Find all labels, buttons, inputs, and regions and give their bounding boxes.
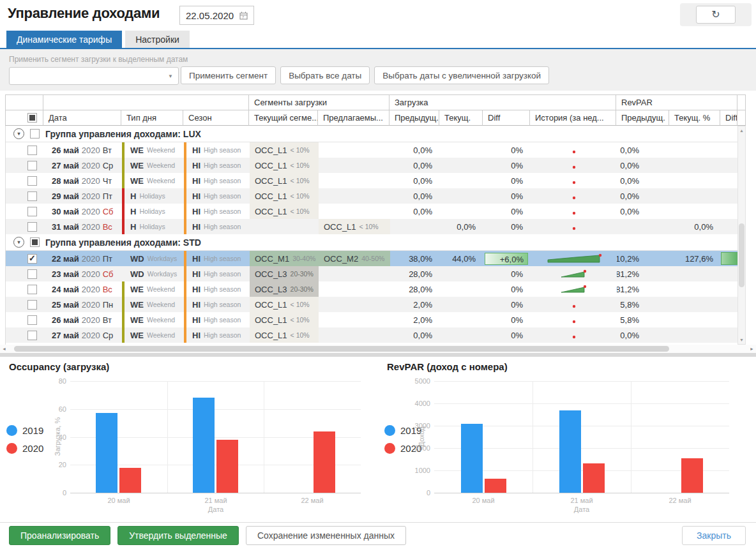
analyze-button[interactable]: Проанализировать — [9, 526, 110, 545]
vertical-scrollbar[interactable]: ▲ ▼ — [737, 126, 746, 345]
scroll-right-icon[interactable]: ► — [750, 347, 754, 351]
row-select-cell — [6, 312, 44, 327]
legend-item[interactable]: 2020 — [6, 443, 43, 454]
scroll-left-icon[interactable]: ◄ — [2, 347, 6, 351]
date-year: 2020 — [82, 207, 100, 216]
date-day: 25 май — [52, 300, 79, 310]
select-all-checkbox[interactable] — [27, 113, 37, 123]
history-sparkline-cell — [531, 266, 617, 281]
table-row[interactable]: 26 май2020ВтWEWeekendHIHigh seasonOCC_L1… — [6, 142, 737, 158]
revpar-current-cell — [670, 204, 721, 219]
table-row[interactable]: 28 май2020ЧтWEWeekendHIHigh seasonOCC_L1… — [6, 173, 737, 188]
date-input[interactable]: 22.05.2020 7 — [179, 6, 254, 25]
occupancy-previous-cell: 0,0% — [390, 188, 440, 204]
x-tick-label: 21 май — [543, 497, 620, 504]
occupancy-previous-cell — [390, 219, 440, 234]
segment-range: 40-50% — [361, 255, 384, 262]
row-checkbox[interactable] — [27, 269, 37, 279]
calendar-icon[interactable]: 7 — [239, 11, 248, 20]
column-header-2[interactable]: Сезон — [183, 110, 249, 126]
column-header-8[interactable]: История (за нед... — [530, 110, 616, 126]
row-checkbox[interactable] — [27, 146, 37, 155]
day-type-code: WE — [130, 315, 144, 325]
y-tick-label: 20 — [59, 461, 66, 468]
revpar-current-cell — [670, 142, 721, 158]
table-row[interactable]: 27 май2020СрWEWeekendHIHigh seasonOCC_L1… — [6, 158, 737, 173]
date-weekday: Сб — [103, 207, 114, 216]
column-header-6[interactable]: Текущ. — [439, 110, 483, 126]
table-row[interactable]: 27 май2020СрWEWeekendHIHigh seasonOCC_L1… — [6, 327, 737, 343]
season-code: HI — [192, 315, 200, 325]
day-type-cell: HHolidays — [122, 188, 184, 204]
revpar-current-cell — [670, 173, 721, 188]
table-row[interactable]: 22 май2020ПтWDWorkdaysHIHigh seasonOCC_M… — [6, 251, 737, 266]
column-header-11[interactable]: Diff — [720, 110, 737, 126]
scroll-down-icon[interactable]: ▼ — [738, 338, 745, 342]
horizontal-scrollbar[interactable]: ◄ ► — [0, 345, 756, 353]
y-tick-label: 60 — [59, 405, 66, 413]
row-select-cell — [6, 297, 44, 312]
row-checkbox[interactable] — [27, 207, 37, 216]
column-header-4[interactable]: Предлагаемы... — [318, 110, 389, 126]
day-type-code: H — [130, 222, 136, 232]
apply-segment-button[interactable]: Применить сегмент — [181, 66, 276, 84]
horizontal-scrollbar-thumb[interactable] — [14, 346, 669, 352]
occupancy-diff-cell: 0% — [483, 204, 531, 219]
column-header-3[interactable]: Текущий сегме... — [249, 110, 318, 126]
row-checkbox[interactable] — [27, 331, 37, 340]
x-tick-label: 21 май — [178, 497, 254, 504]
save-changed-data-button[interactable]: Сохранение измененных данных — [246, 526, 406, 545]
table-row[interactable]: 30 май2020СбHHolidaysHIHigh seasonOCC_L1… — [6, 204, 737, 219]
table-row[interactable]: 24 май2020ВсWEWeekendHIHigh seasonOCC_L3… — [6, 281, 737, 297]
group-checkbox[interactable] — [30, 129, 40, 139]
tab-settings[interactable]: Настройки — [125, 31, 190, 48]
select-all-dates-button[interactable]: Выбрать все даты — [280, 66, 370, 84]
row-checkbox[interactable] — [27, 254, 37, 264]
revpar-diff-cell — [721, 219, 737, 234]
date-cell: 23 май2020Сб — [44, 266, 122, 281]
legend-item[interactable]: 2019 — [6, 425, 43, 436]
row-checkbox[interactable] — [27, 191, 37, 201]
collapse-icon[interactable]: ▾ — [13, 237, 24, 248]
occupancy-diff-cell: 0% — [483, 281, 531, 297]
column-header-5[interactable]: Предыдущ. — [389, 110, 439, 126]
column-header-0[interactable]: Дата — [43, 110, 121, 126]
row-checkbox[interactable] — [27, 176, 37, 186]
date-weekday: Ср — [103, 161, 114, 170]
close-button[interactable]: Закрыть — [682, 526, 746, 545]
gridline — [533, 381, 533, 493]
day-type-code: H — [130, 191, 136, 201]
column-header-1[interactable]: Тип дня — [121, 110, 183, 126]
table-row[interactable]: 29 май2020ПтHHolidaysHIHigh seasonOCC_L1… — [6, 188, 737, 204]
date-weekday: Пт — [103, 191, 112, 201]
table-row[interactable]: 26 май2020ВтWEWeekendHIHigh seasonOCC_L1… — [6, 312, 737, 327]
table-row[interactable]: 31 май2020ВсHHolidaysHIHigh seasonOCC_L1… — [6, 219, 737, 234]
row-checkbox[interactable] — [27, 161, 37, 170]
column-header-7[interactable]: Diff — [483, 110, 530, 126]
tab-dynamic-rates[interactable]: Динамические тарифы — [6, 31, 122, 48]
season-code: HI — [192, 254, 200, 264]
refresh-button[interactable]: ↻ — [696, 6, 736, 24]
scroll-up-icon[interactable]: ▲ — [738, 128, 745, 133]
row-checkbox[interactable] — [27, 315, 37, 325]
legend-dot — [384, 443, 395, 454]
select-increased-load-dates-button[interactable]: Выбрать даты с увеличенной загрузкой — [374, 66, 549, 84]
column-header-9[interactable]: Предыдущ. — [616, 110, 669, 126]
row-checkbox[interactable] — [27, 285, 37, 294]
occupancy-current-cell — [440, 204, 483, 219]
segment-panel: Применить сегмент загрузки к выделенным … — [0, 49, 756, 91]
day-type-cell: WEWeekend — [122, 173, 184, 188]
table-row[interactable]: 23 май2020СбWDWorkdaysHIHigh seasonOCC_L… — [6, 266, 737, 281]
vertical-scrollbar-thumb[interactable] — [739, 223, 745, 287]
row-checkbox[interactable] — [27, 222, 37, 232]
table-row[interactable]: 25 май2020ПнWEWeekendHIHigh seasonOCC_L1… — [6, 297, 737, 312]
segment-select[interactable]: ▼ — [9, 67, 179, 85]
occupancy-diff-cell: 0% — [483, 327, 531, 343]
row-checkbox[interactable] — [27, 300, 37, 310]
group-checkbox[interactable] — [30, 237, 40, 247]
collapse-icon[interactable]: ▾ — [13, 128, 24, 139]
table-header-groups: Сегменты загрузкиЗагрузкаRevPAR — [5, 94, 746, 110]
segment-range: < 10% — [291, 331, 310, 339]
approve-selected-button[interactable]: Утвердить выделенные — [117, 526, 239, 545]
column-header-10[interactable]: Текущ. % — [669, 110, 720, 126]
